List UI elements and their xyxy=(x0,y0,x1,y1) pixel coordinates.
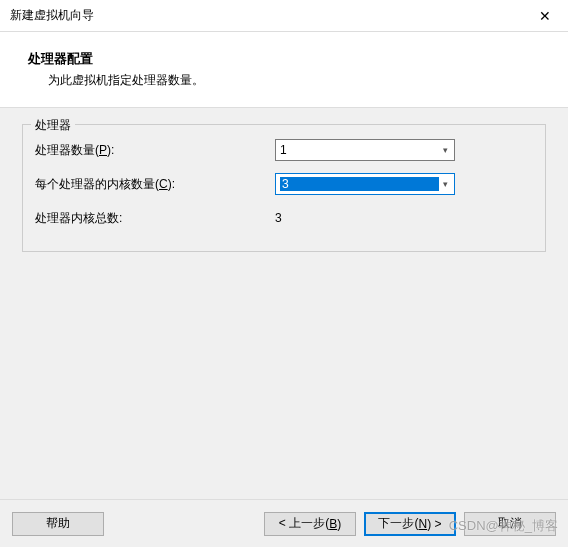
page-title: 处理器配置 xyxy=(28,50,546,68)
chevron-down-icon: ▾ xyxy=(439,179,452,189)
titlebar: 新建虚拟机向导 ✕ xyxy=(0,0,568,32)
value-total-cores: 3 xyxy=(275,211,282,225)
row-num-processors: 处理器数量(P): 1 ▾ xyxy=(35,139,533,161)
label-total-cores: 处理器内核总数: xyxy=(35,210,275,227)
select-num-processors[interactable]: 1 ▾ xyxy=(275,139,455,161)
wizard-footer: 帮助 < 上一步(B) 下一步(N) > 取消 xyxy=(0,499,568,547)
row-cores-per-processor: 每个处理器的内核数量(C): 3 ▾ xyxy=(35,173,533,195)
row-total-cores: 处理器内核总数: 3 xyxy=(35,207,533,229)
label-cores-per-processor: 每个处理器的内核数量(C): xyxy=(35,176,275,193)
cancel-button[interactable]: 取消 xyxy=(464,512,556,536)
help-button[interactable]: 帮助 xyxy=(12,512,104,536)
window-title: 新建虚拟机向导 xyxy=(0,7,522,24)
wizard-header: 处理器配置 为此虚拟机指定处理器数量。 xyxy=(0,32,568,107)
chevron-down-icon: ▾ xyxy=(439,145,452,155)
content-area: 处理器 处理器数量(P): 1 ▾ 每个处理器的内核数量(C): 3 ▾ 处理器… xyxy=(0,107,568,500)
close-button[interactable]: ✕ xyxy=(522,0,568,32)
select-value: 3 xyxy=(280,177,439,191)
label-num-processors: 处理器数量(P): xyxy=(35,142,275,159)
next-button[interactable]: 下一步(N) > xyxy=(364,512,456,536)
processor-group: 处理器 处理器数量(P): 1 ▾ 每个处理器的内核数量(C): 3 ▾ 处理器… xyxy=(22,124,546,252)
group-label: 处理器 xyxy=(31,117,75,134)
page-subtitle: 为此虚拟机指定处理器数量。 xyxy=(48,72,546,89)
select-cores-per-processor[interactable]: 3 ▾ xyxy=(275,173,455,195)
back-button[interactable]: < 上一步(B) xyxy=(264,512,356,536)
close-icon: ✕ xyxy=(539,8,551,24)
select-value: 1 xyxy=(280,143,439,157)
